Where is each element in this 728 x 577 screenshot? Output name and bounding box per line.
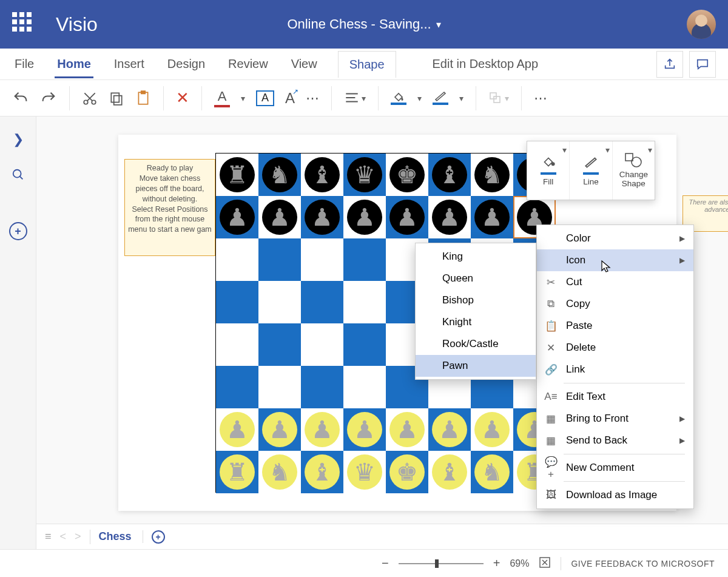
- chess-piece[interactable]: ♟: [262, 200, 297, 235]
- chess-piece[interactable]: ♟: [305, 200, 340, 235]
- board-square[interactable]: ♝: [301, 451, 343, 493]
- context-menu-item[interactable]: ⧉Copy: [537, 293, 693, 315]
- board-square[interactable]: ♟: [471, 408, 513, 451]
- chevron-down-icon[interactable]: ▾: [459, 93, 463, 103]
- font-color-button[interactable]: A: [214, 89, 230, 107]
- board-square[interactable]: ♞: [471, 154, 513, 196]
- board-square[interactable]: [343, 323, 386, 366]
- tab-review[interactable]: Review: [226, 50, 271, 78]
- board-square[interactable]: [301, 281, 343, 323]
- board-square[interactable]: [301, 238, 343, 281]
- note-box[interactable]: Ready to play Move taken chess pieces of…: [124, 159, 215, 256]
- board-square[interactable]: ♟: [428, 408, 471, 451]
- context-menu-item[interactable]: A≡Edit Text: [537, 386, 693, 408]
- align-button[interactable]: ▾: [344, 92, 366, 105]
- chess-piece[interactable]: ♟: [305, 412, 340, 447]
- add-shapes-button[interactable]: +: [9, 222, 27, 240]
- submenu-item[interactable]: Knight: [416, 311, 536, 333]
- board-square[interactable]: ♛: [343, 154, 386, 196]
- zoom-out-button[interactable]: −: [382, 556, 389, 570]
- board-square[interactable]: ♟: [386, 408, 428, 451]
- text-highlight-button[interactable]: A: [256, 90, 274, 106]
- board-square[interactable]: ♚: [386, 154, 428, 196]
- board-square[interactable]: ♝: [301, 154, 343, 196]
- chess-piece[interactable]: ♛: [347, 157, 382, 192]
- chess-piece[interactable]: ♟: [432, 200, 467, 235]
- board-square[interactable]: [258, 323, 301, 366]
- board-square[interactable]: ♝: [428, 154, 471, 196]
- context-menu-item[interactable]: Color▶: [537, 228, 693, 249]
- delete-button[interactable]: ✕: [176, 89, 189, 107]
- app-launcher-icon[interactable]: [12, 12, 36, 36]
- chevron-down-icon[interactable]: ▾: [241, 93, 245, 103]
- board-square[interactable]: [301, 366, 343, 408]
- context-menu-item[interactable]: ✂Cut: [537, 271, 693, 293]
- board-square[interactable]: ♟: [343, 196, 386, 238]
- add-page-button[interactable]: +: [152, 530, 165, 544]
- context-menu-item[interactable]: ✕Delete: [537, 337, 693, 359]
- chess-piece[interactable]: ♟: [347, 200, 382, 235]
- more-button[interactable]: ⋯: [534, 90, 547, 106]
- board-square[interactable]: [258, 281, 301, 323]
- chess-piece[interactable]: ♟: [389, 200, 425, 235]
- board-square[interactable]: ♟: [216, 196, 258, 238]
- tab-design[interactable]: Design: [165, 50, 207, 78]
- more-font-button[interactable]: ⋯: [306, 90, 319, 106]
- board-square[interactable]: ♟: [428, 196, 471, 238]
- board-square[interactable]: [343, 238, 386, 281]
- next-page-button[interactable]: >: [75, 530, 81, 543]
- context-menu-item[interactable]: ▦Bring to Front▶: [537, 408, 693, 430]
- zoom-in-button[interactable]: +: [493, 556, 500, 570]
- board-square[interactable]: ♞: [258, 154, 301, 196]
- board-square[interactable]: ♜: [216, 154, 258, 196]
- chess-piece[interactable]: ♞: [262, 454, 297, 490]
- board-square[interactable]: ♟: [386, 196, 428, 238]
- user-avatar[interactable]: [687, 10, 716, 39]
- context-menu-item[interactable]: ▦Send to Back▶: [537, 430, 693, 451]
- tab-insert[interactable]: Insert: [112, 50, 147, 78]
- board-square[interactable]: ♝: [428, 451, 471, 493]
- tab-file[interactable]: File: [12, 50, 36, 78]
- submenu-item[interactable]: Pawn: [416, 355, 536, 377]
- feedback-link[interactable]: GIVE FEEDBACK TO MICROSOFT: [571, 559, 715, 569]
- chess-piece[interactable]: ♟: [262, 412, 297, 447]
- undo-button[interactable]: [12, 90, 29, 107]
- page-tab[interactable]: Chess: [99, 530, 143, 543]
- chess-piece[interactable]: ♟: [389, 412, 425, 447]
- context-menu-item[interactable]: Icon▶: [537, 249, 693, 271]
- board-square[interactable]: ♞: [258, 451, 301, 493]
- document-title[interactable]: Online Chess - Saving... ▾: [287, 16, 440, 32]
- board-square[interactable]: [216, 323, 258, 366]
- chevron-down-icon[interactable]: ▾: [417, 93, 422, 103]
- board-square[interactable]: ♟: [301, 408, 343, 451]
- fill-color-button[interactable]: [391, 91, 406, 105]
- chess-piece[interactable]: ♛: [347, 454, 382, 490]
- arrange-button[interactable]: ▾: [488, 91, 509, 106]
- board-square[interactable]: ♟: [258, 196, 301, 238]
- line-color-button[interactable]: [433, 91, 448, 105]
- tab-shape[interactable]: Shape: [338, 51, 396, 78]
- submenu-item[interactable]: Queen: [416, 268, 536, 289]
- context-menu-item[interactable]: 📋Paste: [537, 315, 693, 337]
- redo-button[interactable]: [40, 90, 57, 107]
- chess-piece[interactable]: ♚: [389, 454, 425, 490]
- mini-fill-button[interactable]: Fill ▾: [527, 141, 569, 200]
- copy-button[interactable]: [109, 90, 124, 106]
- edit-in-desktop-button[interactable]: Edit in Desktop App: [433, 57, 539, 71]
- chess-piece[interactable]: ♟: [347, 412, 382, 447]
- share-button[interactable]: [656, 51, 683, 78]
- chess-piece[interactable]: ♝: [305, 454, 340, 490]
- pages-menu-icon[interactable]: ≡: [45, 530, 52, 543]
- board-square[interactable]: ♟: [343, 408, 386, 451]
- cut-button[interactable]: [82, 90, 98, 106]
- board-square[interactable]: [343, 366, 386, 408]
- board-square[interactable]: [216, 238, 258, 281]
- tab-view[interactable]: View: [289, 50, 320, 78]
- chess-piece[interactable]: ♚: [389, 157, 425, 192]
- chess-piece[interactable]: ♞: [262, 157, 297, 192]
- chess-piece[interactable]: ♟: [220, 412, 255, 447]
- search-shapes-button[interactable]: [6, 163, 30, 187]
- chess-piece[interactable]: ♝: [432, 454, 467, 490]
- board-square[interactable]: [258, 366, 301, 408]
- board-square[interactable]: [258, 238, 301, 281]
